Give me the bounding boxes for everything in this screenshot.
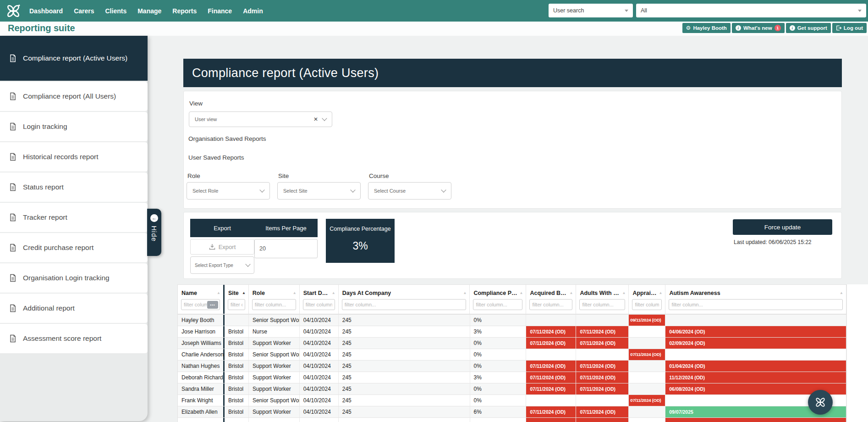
sidebar-item-tracker-report[interactable]: Tracker report (0, 203, 148, 233)
filter-input[interactable] (228, 299, 245, 310)
whats-new-button[interactable]: i What's new 1 (732, 23, 785, 33)
column-header[interactable]: Adults With Incapacity▲ (576, 285, 629, 314)
sidebar-item-label: Tracker report (23, 213, 67, 222)
compliance-table: Name▲•••Site▲Role▲Start Date▲Days At Com… (177, 284, 847, 422)
user-search-select[interactable]: User search (549, 4, 633, 17)
column-header[interactable]: Days At Company▲ (339, 285, 470, 314)
table-cell (629, 361, 665, 372)
download-icon (209, 244, 215, 250)
sidebar-item-organisation-login-tracking[interactable]: Organisation Login tracking (0, 263, 148, 294)
sidebar-item-credit-purchase[interactable]: Credit purchase report (0, 233, 148, 263)
export-type-select[interactable]: Select Export Type (190, 256, 254, 274)
filter-input[interactable] (632, 299, 662, 310)
filter-input[interactable] (303, 299, 335, 310)
table-cell: 04/10/2024 (300, 395, 339, 406)
filter-input[interactable] (669, 299, 843, 310)
table-cell (576, 418, 629, 422)
course-select[interactable]: Select Course (368, 182, 451, 200)
scope-select[interactable]: All (636, 4, 866, 17)
nav-item-finance[interactable]: Finance (208, 7, 232, 15)
compliance-percentage-value: 3% (326, 240, 395, 252)
app-screen: Dashboard Carers Clients Manage Reports … (0, 0, 868, 422)
table-cell: 0% (470, 395, 527, 406)
compliance-percentage-header: Compliance Percentage (326, 226, 395, 232)
sidebar-item-label: Compliance report (All Users) (23, 92, 116, 100)
table-cell (629, 372, 665, 383)
get-support-label: Get support (797, 25, 827, 31)
column-header[interactable]: Compliance Percentage▲ (470, 285, 526, 314)
flower-logo-icon[interactable] (5, 2, 22, 20)
logout-label: Log out (844, 25, 863, 31)
flower-logo-icon (814, 396, 827, 409)
table-cell: 07/11/2024 (OD) (576, 406, 629, 417)
column-header[interactable]: Acquired Brain Injury▲ (526, 285, 576, 314)
sidebar-item-historical-records[interactable]: Historical records report (0, 142, 148, 172)
table-row: Frank WrightBristolSenior Support Worker… (178, 395, 846, 406)
site-select[interactable]: Select Site (277, 182, 361, 200)
filter-input[interactable] (473, 299, 522, 310)
column-header[interactable]: Role▲ (249, 285, 300, 314)
floating-app-button[interactable] (808, 390, 833, 415)
table-cell: 04/10/2024 (300, 383, 339, 394)
sidebar-item-assessment-score[interactable]: Assessment score report (0, 324, 148, 354)
sidebar-item-compliance-active-users[interactable]: Compliance report (Active Users) (0, 36, 148, 82)
export-button[interactable]: Export (190, 239, 254, 255)
scope-value: All (641, 7, 647, 14)
sidebar-item-additional-report[interactable]: Additional report (0, 294, 148, 324)
sidebar-item-login-tracking[interactable]: Login tracking (0, 112, 148, 142)
column-header[interactable]: Site▲ (225, 285, 249, 314)
document-icon (9, 92, 16, 100)
items-per-page-header: Items Per Page (254, 219, 318, 237)
table-cell: Support Worker (249, 361, 300, 372)
table-cell: 07/11/2024 (OD) (576, 338, 629, 349)
force-update-button[interactable]: Force update (733, 219, 832, 235)
table-cell: Senior Support Worker (249, 395, 300, 406)
column-header[interactable]: Appraisals▲ (629, 285, 665, 314)
table-cell: 245 (339, 383, 470, 394)
view-select[interactable]: User view ✕ (189, 111, 332, 127)
get-support-button[interactable]: i Get support (786, 23, 831, 33)
nav-item-clients[interactable]: Clients (105, 7, 127, 15)
table-cell: 04/10/2024 (300, 361, 339, 372)
nav-item-reports[interactable]: Reports (172, 7, 197, 15)
report-title: Compliance report (Active Users) (192, 66, 379, 80)
column-header[interactable]: Name▲••• (178, 285, 225, 314)
column-header[interactable]: Start Date▲ (300, 285, 339, 314)
table-cell: Bristol (225, 372, 249, 383)
filter-input[interactable] (342, 299, 467, 310)
nav-item-dashboard[interactable]: Dashboard (29, 7, 63, 15)
table-cell: 07/11/2024 (OD) (526, 338, 576, 349)
compliance-percentage-box: Compliance Percentage 3% (326, 219, 395, 263)
filter-input[interactable] (529, 299, 572, 310)
filter-input[interactable] (579, 299, 625, 310)
sidebar-item-label: Compliance report (Active Users) (23, 54, 127, 63)
filter-input[interactable] (252, 299, 296, 310)
view-select-value: User view (195, 117, 217, 122)
role-select[interactable]: Select Role (187, 182, 270, 200)
table-cell: Bristol (225, 361, 249, 372)
user-settings-button[interactable]: ⚙ Hayley Booth (682, 23, 731, 33)
column-header[interactable]: Autism Awareness▲ (665, 285, 846, 314)
table-row (178, 418, 846, 422)
nav-item-admin[interactable]: Admin (243, 7, 263, 15)
table-cell: 07/11/2024 (OD) (576, 361, 629, 372)
table-row: Joseph WilliamsBristolSupport Worker04/1… (178, 338, 846, 349)
sidebar-item-status-report[interactable]: Status report (0, 172, 148, 203)
nav-item-carers[interactable]: Carers (74, 7, 94, 15)
clear-icon[interactable]: ✕ (313, 116, 318, 122)
nav-item-manage[interactable]: Manage (137, 7, 161, 15)
table-cell: 04/10/2024 (300, 349, 339, 360)
sidebar-item-label: Additional report (23, 304, 75, 312)
filter-menu-button[interactable]: ••• (207, 301, 218, 309)
table-cell: 3% (470, 326, 527, 337)
document-icon (9, 244, 16, 252)
sort-icon: ▲ (291, 291, 297, 295)
column-header-label: Start Date (303, 290, 330, 296)
sidebar-hide-button[interactable]: ← Hide (147, 209, 161, 256)
sidebar-item-compliance-all-users[interactable]: Compliance report (All Users) (0, 82, 148, 112)
table-cell: 02/09/2024 (OD) (665, 338, 846, 349)
table-cell: Bristol (225, 338, 249, 349)
logout-button[interactable]: Log out (832, 23, 867, 33)
table-cell (629, 338, 665, 349)
items-per-page-input[interactable] (254, 239, 318, 258)
